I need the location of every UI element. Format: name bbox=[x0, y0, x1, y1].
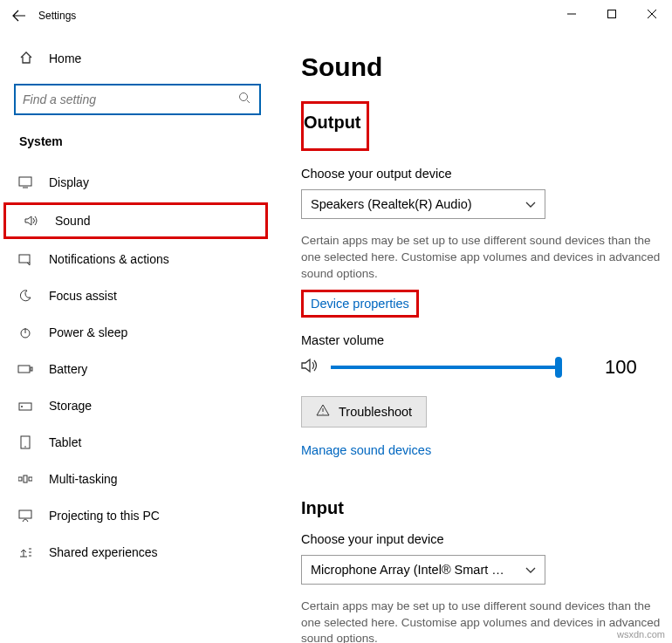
sidebar-item-label: Notifications & actions bbox=[49, 252, 169, 266]
input-heading: Input bbox=[301, 498, 663, 518]
output-device-select[interactable]: Speakers (Realtek(R) Audio) bbox=[301, 189, 545, 219]
output-choose-label: Choose your output device bbox=[301, 167, 663, 181]
output-device-properties-link[interactable]: Device properties bbox=[311, 297, 409, 311]
window-title: Settings bbox=[38, 10, 76, 22]
sidebar-item-multitasking[interactable]: Multi-tasking bbox=[0, 461, 275, 497]
sidebar-item-label: Shared experiences bbox=[49, 545, 158, 559]
sidebar-item-notifications[interactable]: Notifications & actions bbox=[0, 241, 275, 277]
speaker-icon[interactable] bbox=[301, 358, 319, 377]
shared-icon bbox=[17, 546, 33, 558]
manage-sound-devices-link[interactable]: Manage sound devices bbox=[301, 443, 431, 457]
warning-icon bbox=[316, 404, 330, 419]
sidebar-item-label: Focus assist bbox=[49, 289, 117, 303]
input-choose-label: Choose your input device bbox=[301, 532, 663, 546]
sidebar-item-label: Sound bbox=[55, 214, 90, 228]
input-device-select[interactable]: Microphone Array (Intel® Smart So... bbox=[301, 555, 545, 585]
input-device-value: Microphone Array (Intel® Smart So... bbox=[311, 563, 511, 577]
volume-value: 100 bbox=[605, 356, 637, 379]
maximize-icon bbox=[607, 10, 616, 18]
highlight-device-properties: Device properties bbox=[301, 290, 419, 318]
close-icon bbox=[648, 10, 656, 18]
sidebar-item-label: Battery bbox=[49, 362, 87, 376]
svg-rect-0 bbox=[608, 10, 616, 18]
arrow-left-icon bbox=[12, 9, 26, 23]
svg-rect-3 bbox=[19, 255, 30, 263]
notifications-icon bbox=[17, 253, 33, 265]
sidebar-item-battery[interactable]: Battery bbox=[0, 351, 275, 387]
master-volume-label: Master volume bbox=[301, 333, 663, 347]
sidebar-item-storage[interactable]: Storage bbox=[0, 387, 275, 424]
output-description: Certain apps may be set up to use differ… bbox=[301, 233, 663, 283]
back-button[interactable] bbox=[0, 9, 38, 23]
sidebar-item-shared-experiences[interactable]: Shared experiences bbox=[0, 534, 275, 571]
sidebar-section-label: System bbox=[19, 134, 63, 148]
sidebar-item-power-sleep[interactable]: Power & sleep bbox=[0, 314, 275, 351]
highlight-output-heading: Output bbox=[301, 101, 369, 151]
sidebar-home[interactable]: Home bbox=[0, 40, 275, 77]
troubleshoot-button[interactable]: Troubleshoot bbox=[301, 396, 427, 428]
input-description: Certain apps may be set up to use differ… bbox=[301, 599, 663, 643]
minimize-button[interactable] bbox=[552, 0, 592, 28]
sidebar-home-label: Home bbox=[49, 51, 81, 65]
svg-rect-11 bbox=[18, 477, 22, 481]
focus-assist-icon bbox=[17, 289, 33, 303]
minimize-icon bbox=[567, 10, 576, 18]
svg-point-10 bbox=[24, 446, 26, 448]
svg-rect-13 bbox=[29, 477, 32, 481]
svg-point-1 bbox=[240, 93, 248, 101]
svg-rect-14 bbox=[19, 510, 31, 518]
display-icon bbox=[17, 176, 33, 188]
svg-rect-12 bbox=[24, 475, 27, 482]
maximize-button[interactable] bbox=[592, 0, 632, 28]
sidebar-item-label: Multi-tasking bbox=[49, 472, 118, 486]
projecting-icon bbox=[17, 510, 33, 522]
svg-rect-6 bbox=[31, 367, 32, 371]
sidebar-item-tablet[interactable]: Tablet bbox=[0, 424, 275, 461]
close-button[interactable] bbox=[632, 0, 672, 28]
slider-thumb[interactable] bbox=[555, 357, 562, 378]
sidebar-item-label: Power & sleep bbox=[49, 325, 127, 339]
storage-icon bbox=[17, 400, 33, 412]
volume-slider[interactable] bbox=[331, 366, 558, 369]
sidebar-item-label: Tablet bbox=[49, 435, 81, 449]
sidebar: Home System Display Sound Notifications … bbox=[0, 31, 284, 643]
svg-point-8 bbox=[21, 406, 23, 407]
search-input[interactable] bbox=[23, 92, 237, 106]
svg-rect-2 bbox=[19, 177, 31, 186]
watermark: wsxdn.com bbox=[617, 629, 665, 640]
battery-icon bbox=[17, 364, 33, 374]
sidebar-item-label: Projecting to this PC bbox=[49, 509, 160, 523]
sidebar-item-label: Storage bbox=[49, 399, 92, 413]
home-icon bbox=[19, 51, 33, 67]
sound-icon bbox=[24, 215, 39, 227]
search-box[interactable] bbox=[14, 84, 261, 115]
sidebar-item-focus-assist[interactable]: Focus assist bbox=[0, 277, 275, 314]
sidebar-item-display[interactable]: Display bbox=[0, 164, 275, 201]
sidebar-item-projecting[interactable]: Projecting to this PC bbox=[0, 497, 275, 534]
output-device-value: Speakers (Realtek(R) Audio) bbox=[311, 197, 472, 211]
sidebar-item-label: Display bbox=[49, 175, 89, 189]
chevron-down-icon bbox=[525, 563, 536, 577]
sidebar-item-sound[interactable]: Sound bbox=[3, 202, 268, 239]
chevron-down-icon bbox=[525, 197, 536, 211]
svg-rect-5 bbox=[18, 366, 30, 373]
sidebar-section-header: System bbox=[0, 124, 275, 159]
troubleshoot-label: Troubleshoot bbox=[339, 405, 412, 419]
page-title: Sound bbox=[301, 52, 663, 82]
multitasking-icon bbox=[17, 474, 33, 484]
search-icon bbox=[237, 92, 252, 107]
volume-slider-row: 100 bbox=[301, 356, 663, 379]
window-controls bbox=[552, 0, 672, 28]
output-heading: Output bbox=[304, 113, 361, 133]
tablet-icon bbox=[17, 435, 33, 449]
main-content: Sound Output Choose your output device S… bbox=[284, 31, 672, 643]
power-icon bbox=[17, 325, 33, 339]
